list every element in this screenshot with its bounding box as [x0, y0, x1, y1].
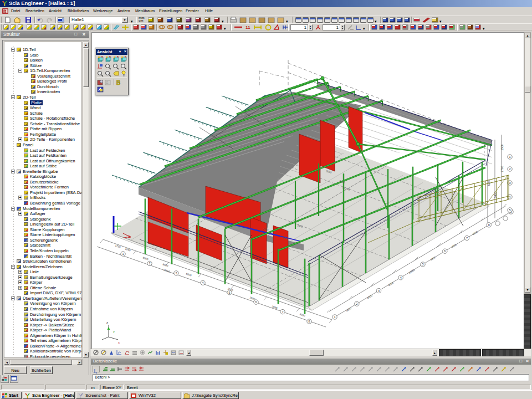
svg-text:8000: 8000 [162, 263, 169, 267]
svg-text:5: 5 [228, 291, 230, 294]
svg-text:11250: 11250 [163, 268, 171, 273]
svg-text:y: y [113, 330, 115, 333]
svg-text:4000: 4000 [367, 294, 374, 300]
svg-text:2700: 2700 [500, 166, 504, 172]
svg-text:3: 3 [509, 181, 510, 185]
svg-text:4000: 4000 [346, 307, 352, 313]
svg-text:4000: 4000 [472, 231, 479, 236]
svg-text:1040: 1040 [125, 247, 131, 252]
svg-text:6: 6 [255, 300, 257, 304]
svg-text:4: 4 [202, 281, 203, 284]
svg-text:B: B [116, 80, 120, 86]
svg-text:x: x [118, 341, 120, 344]
svg-text:3: 3 [378, 289, 380, 293]
svg-text:8: 8 [308, 320, 310, 323]
svg-text:7: 7 [282, 310, 283, 314]
svg-text:z: z [106, 321, 108, 324]
svg-text:1: 1 [122, 252, 124, 255]
svg-text:1750: 1750 [115, 244, 121, 248]
svg-text:1500: 1500 [500, 144, 504, 150]
svg-text:1: 1 [509, 155, 510, 158]
svg-text:5: 5 [509, 208, 510, 212]
svg-text:1: 1 [334, 315, 335, 319]
svg-text:3: 3 [175, 272, 177, 275]
svg-text:G: G [106, 81, 109, 84]
svg-text:6000: 6000 [186, 272, 192, 277]
svg-text:2: 2 [149, 262, 150, 265]
svg-text:4: 4 [400, 276, 402, 279]
svg-text:8: 8 [488, 223, 490, 227]
svg-text:11: 11 [245, 25, 250, 30]
svg-text:6: 6 [444, 249, 446, 253]
svg-text:4000: 4000 [430, 256, 437, 262]
svg-text:2885: 2885 [249, 296, 256, 300]
svg-text:4000: 4000 [451, 243, 458, 249]
svg-text:7: 7 [466, 237, 468, 240]
svg-text:4: 4 [509, 195, 510, 198]
svg-text:5: 5 [422, 263, 423, 266]
svg-text:2: 2 [356, 302, 357, 305]
svg-text:6000: 6000 [142, 256, 149, 260]
svg-text:2: 2 [509, 167, 510, 171]
